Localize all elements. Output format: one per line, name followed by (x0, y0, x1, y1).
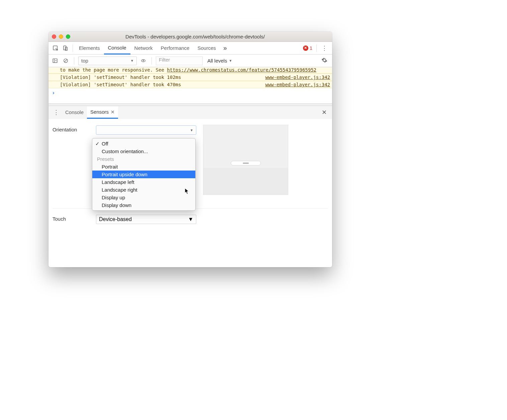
orientation-label: Orientation (53, 125, 89, 132)
dropdown-item-portrait-upside-down[interactable]: Portrait upside down (92, 171, 195, 178)
main-tab-bar: Elements Console Network Performance Sou… (48, 42, 332, 55)
dropdown-group-header: Presets (92, 155, 195, 163)
orientation-dropdown: Off Custom orientation... Presets Portra… (92, 138, 196, 211)
drawer-menu-icon[interactable]: ⋮ (50, 109, 62, 116)
source-link[interactable]: www-embed-player.js:342 (265, 75, 330, 80)
dropdown-item-display-up[interactable]: Display up (92, 194, 195, 201)
error-count: 1 (310, 45, 312, 51)
tab-sources[interactable]: Sources (193, 42, 220, 54)
separator (73, 44, 73, 52)
tab-console[interactable]: Console (104, 42, 130, 55)
zoom-window-button[interactable] (66, 34, 70, 39)
drawer-tab-console[interactable]: Console (62, 106, 87, 118)
drawer-tab-sensors[interactable]: Sensors ✕ (87, 106, 118, 119)
device-toggle-icon[interactable] (61, 45, 71, 51)
context-value: top (81, 58, 88, 64)
svg-rect-1 (64, 46, 66, 50)
inspect-icon[interactable] (50, 45, 61, 51)
console-prompt[interactable]: › (48, 88, 332, 97)
close-drawer-icon[interactable]: ✕ (318, 109, 330, 116)
separator (74, 57, 74, 65)
console-message[interactable]: [Violation] 'setTimeout' handler took 10… (48, 74, 332, 81)
close-window-button[interactable] (52, 34, 56, 39)
link[interactable]: https://www.chromestatus.com/feature/574… (167, 67, 316, 73)
console-toolbar: top ▼ Filter All levels ▼ (48, 55, 332, 67)
log-levels-label: All levels (207, 58, 227, 64)
log-levels-selector[interactable]: All levels ▼ (207, 58, 232, 64)
orientation-preview[interactable] (203, 125, 288, 195)
traffic-lights (52, 34, 70, 39)
chevron-down-icon: ▼ (229, 59, 232, 63)
minimize-window-button[interactable] (59, 34, 63, 39)
sidebar-toggle-icon[interactable] (50, 58, 59, 64)
settings-menu-icon[interactable]: ⋮ (319, 44, 330, 52)
clear-console-icon[interactable] (61, 58, 70, 64)
console-settings-icon[interactable] (319, 57, 330, 64)
chevron-down-icon: ▼ (188, 216, 193, 222)
drawer-tab-bar: ⋮ Console Sensors ✕ ✕ (48, 106, 332, 119)
error-count-badge[interactable]: ✕ 1 (301, 45, 314, 51)
orientation-select[interactable]: ▼ (96, 125, 196, 135)
touch-select[interactable]: Device-based ▼ (96, 215, 196, 224)
live-expression-icon[interactable] (139, 58, 147, 64)
source-link[interactable]: www-embed-player.js:342 (265, 82, 330, 87)
close-tab-icon[interactable]: ✕ (111, 109, 115, 115)
console-message[interactable]: to make the page more responsive. See ht… (48, 67, 332, 74)
svg-point-6 (142, 60, 144, 62)
tab-elements[interactable]: Elements (75, 42, 104, 54)
console-output: to make the page more responsive. See ht… (48, 67, 332, 88)
chevron-down-icon: ▼ (130, 59, 134, 63)
touch-row: Touch Device-based ▼ (53, 208, 328, 224)
separator (151, 57, 152, 65)
drawer-resize-handle[interactable] (48, 103, 332, 106)
context-selector[interactable]: top ▼ (78, 57, 137, 65)
window-title: DevTools - developers.google.com/web/too… (75, 34, 329, 39)
device-illustration (231, 161, 261, 166)
mouse-cursor (185, 188, 189, 195)
touch-label: Touch (53, 215, 89, 224)
more-tabs-icon[interactable]: » (220, 44, 230, 52)
dropdown-item-off[interactable]: Off (92, 140, 195, 147)
chevron-down-icon: ▼ (190, 128, 193, 132)
dropdown-item-landscape-right[interactable]: Landscape right (92, 186, 195, 194)
error-icon: ✕ (303, 45, 308, 51)
dropdown-item-portrait[interactable]: Portrait (92, 163, 195, 171)
dropdown-item-landscape-left[interactable]: Landscape left (92, 178, 195, 186)
filter-input[interactable]: Filter (156, 57, 203, 65)
tab-network[interactable]: Network (130, 42, 157, 54)
window-titlebar[interactable]: DevTools - developers.google.com/web/too… (48, 32, 332, 42)
dropdown-item-display-down[interactable]: Display down (92, 201, 195, 209)
tab-performance[interactable]: Performance (157, 42, 194, 54)
dropdown-item-custom[interactable]: Custom orientation... (92, 147, 195, 155)
svg-rect-3 (53, 59, 57, 63)
separator (316, 44, 317, 52)
console-message[interactable]: [Violation] 'setTimeout' handler took 47… (48, 81, 332, 88)
